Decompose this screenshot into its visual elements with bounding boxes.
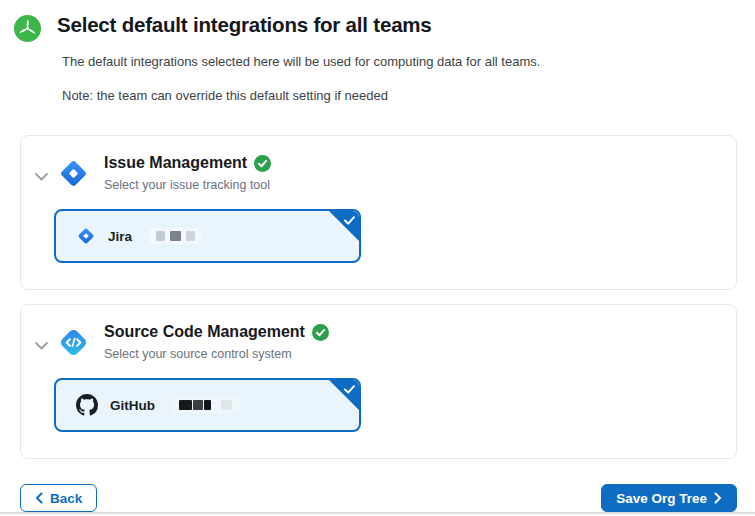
chevron-right-icon bbox=[714, 492, 722, 504]
save-org-tree-button[interactable]: Save Org Tree bbox=[601, 484, 737, 512]
propeller-logo-icon bbox=[14, 15, 41, 42]
page-description: The default integrations selected here w… bbox=[62, 54, 540, 69]
redacted-text bbox=[172, 397, 239, 413]
section-title: Issue Management bbox=[104, 154, 247, 172]
selected-check-icon bbox=[329, 211, 359, 241]
back-button[interactable]: Back bbox=[20, 484, 97, 512]
save-button-label: Save Org Tree bbox=[616, 491, 707, 506]
check-circle-icon bbox=[312, 324, 329, 341]
redacted-text bbox=[149, 228, 202, 244]
bottom-divider bbox=[0, 512, 755, 514]
page-title: Select default integrations for all team… bbox=[57, 13, 540, 37]
footer-actions: Back Save Org Tree bbox=[0, 484, 755, 512]
option-label: GitHub bbox=[110, 398, 155, 413]
section-subtitle: Select your issue tracking tool bbox=[104, 178, 271, 192]
jira-icon bbox=[57, 157, 90, 190]
option-label: Jira bbox=[108, 229, 132, 244]
back-button-label: Back bbox=[50, 491, 82, 506]
code-diamond-icon bbox=[57, 326, 90, 359]
page-note: Note: the team can override this default… bbox=[62, 88, 540, 103]
chevron-down-icon[interactable] bbox=[34, 168, 49, 178]
page-header: Select default integrations for all team… bbox=[0, 0, 755, 103]
chevron-left-icon bbox=[35, 492, 43, 504]
selected-check-icon bbox=[329, 380, 359, 410]
section-source-code-management: Source Code Management Select your sourc… bbox=[20, 304, 737, 459]
section-subtitle: Select your source control system bbox=[104, 347, 329, 361]
jira-icon bbox=[76, 226, 96, 246]
option-jira-selected[interactable]: Jira bbox=[54, 209, 361, 263]
github-icon bbox=[76, 394, 98, 416]
chevron-down-icon[interactable] bbox=[34, 337, 49, 347]
section-issue-management: Issue Management Select your issue track… bbox=[20, 135, 737, 290]
section-title: Source Code Management bbox=[104, 323, 305, 341]
check-circle-icon bbox=[254, 155, 271, 172]
option-github-selected[interactable]: GitHub bbox=[54, 378, 361, 432]
integration-sections: Issue Management Select your issue track… bbox=[0, 135, 755, 459]
